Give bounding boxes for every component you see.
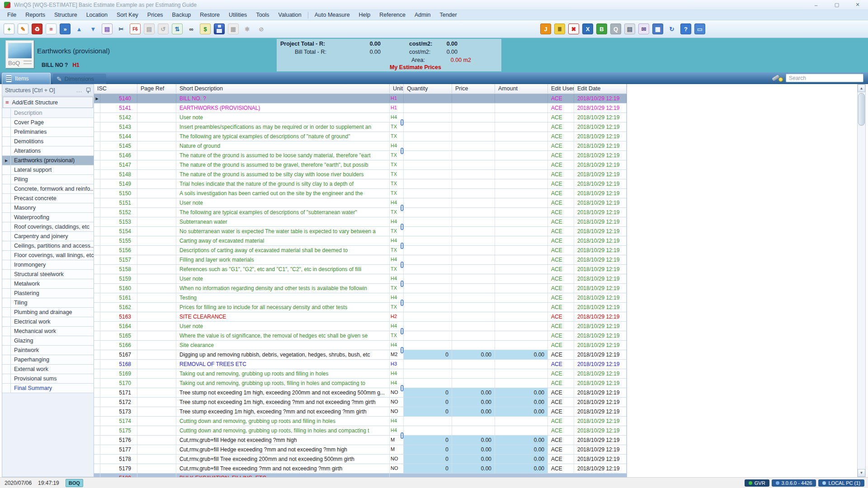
- calculator-icon[interactable]: ▦: [652, 23, 663, 34]
- grid-row-5171[interactable]: 5171Tree stump not exceeding 1m high, ex…: [94, 388, 627, 398]
- grid-row-5174[interactable]: 5174Cutting down and removing, grubbing …: [94, 417, 627, 426]
- sidebar-item-demolitions[interactable]: Demolitions: [2, 137, 94, 146]
- sidebar-item-mechanical-work[interactable]: Mechanical work: [2, 327, 94, 336]
- sidebar-item-carpentry-and-joinery[interactable]: Carpentry and joinery: [2, 232, 94, 241]
- grid-row-5146[interactable]: 5146The nature of the ground is assumed …: [94, 151, 627, 160]
- menu-reference[interactable]: Reference: [375, 10, 410, 19]
- cell-amount[interactable]: 0.00: [495, 436, 548, 445]
- grid-row-5167[interactable]: 5167Digging up and removing rubbish, deb…: [94, 350, 627, 360]
- search-input[interactable]: [786, 74, 863, 82]
- cell-price[interactable]: 0.00: [452, 436, 495, 445]
- measure-rulers-icon[interactable]: Ⅲ: [554, 23, 565, 34]
- sidebar-item-earthworks-provisional[interactable]: ▶Earthworks (provisional): [2, 156, 94, 165]
- grid-row-5158[interactable]: 5158References such as "G1", "G2", etc a…: [94, 265, 627, 274]
- grid-row-5151[interactable]: 5151User noteH4ACE2018/10/29 12:19: [94, 198, 627, 208]
- grid-row-5176[interactable]: 5176Cut,rmv,grub+fill Hedge not exceedin…: [94, 436, 627, 445]
- query-icon[interactable]: Q: [610, 23, 621, 34]
- sidebar-item-piling[interactable]: Piling: [2, 175, 94, 184]
- sidebar-item-preliminaries[interactable]: Preliminaries: [2, 127, 94, 137]
- grid-row-5177[interactable]: 5177Cut,rmv,grub+fill Hedge exceeding ?m…: [94, 445, 627, 455]
- f6-schedule-icon[interactable]: F6: [130, 23, 141, 34]
- sidebar-item-electrical-work[interactable]: Electrical work: [2, 317, 94, 327]
- save-icon[interactable]: [214, 23, 225, 34]
- monitor-icon[interactable]: ▭: [694, 23, 705, 34]
- grid-row-5162[interactable]: 5162Prices for filling are to include fo…: [94, 303, 627, 312]
- close-button[interactable]: ✕: [847, 0, 868, 9]
- refresh-icon[interactable]: ↻: [666, 23, 677, 34]
- grid-row-5163[interactable]: 5163SITE CLEARANCEH2ACE2018/10/29 12:19: [94, 312, 627, 322]
- cell-quantity[interactable]: 0: [404, 350, 452, 359]
- grid-row-5178[interactable]: 5178Cut,rmv,grub+fill Tree exceeding 200…: [94, 455, 627, 464]
- sidebar-item-structural-steelwork[interactable]: Structural steelwork: [2, 270, 94, 279]
- history-icon[interactable]: ↺: [158, 23, 169, 34]
- delete-bill-icon[interactable]: ✖: [568, 23, 579, 34]
- sidebar-item-cover-page[interactable]: Cover Page: [2, 118, 94, 127]
- menu-tender[interactable]: Tender: [435, 10, 461, 19]
- grid-row-5179[interactable]: 5179Cut,rmv,grub+fill Tree exceeding ?mm…: [94, 464, 627, 474]
- menu-restore[interactable]: Restore: [195, 10, 224, 19]
- grid-row-5150[interactable]: 5150A soils investigation has been carri…: [94, 189, 627, 198]
- sidebar-item-concrete-formwork-and-reinfo[interactable]: Concrete, formwork and reinfo...: [2, 184, 94, 194]
- paste-icon[interactable]: ▤: [144, 23, 155, 34]
- grid-row-5161[interactable]: 5161TestingH4ACE2018/10/29 12:19: [94, 293, 627, 303]
- cell-quantity[interactable]: 0: [404, 398, 452, 407]
- grid-row-5141[interactable]: 5141EARTHWORKS (PROVISIONAL)H1ACE2018/10…: [94, 103, 627, 113]
- boq-mode-badge[interactable]: BOQ: [66, 479, 83, 487]
- cell-quantity[interactable]: 0: [404, 407, 452, 416]
- cell-amount[interactable]: 0.00: [495, 398, 548, 407]
- grid-row-5159[interactable]: 5159User noteH4ACE2018/10/29 12:19: [94, 274, 627, 284]
- gvr-badge[interactable]: GVR: [745, 479, 769, 487]
- cell-amount[interactable]: 0.00: [495, 464, 548, 473]
- grid-row-5180[interactable]: 5180BULK EXCAVATION, FILLING, ETC: [94, 474, 627, 477]
- cell-price[interactable]: 0.00: [452, 455, 495, 464]
- new-item-icon[interactable]: +: [4, 23, 14, 34]
- sidebar-item-ceilings-partitions-and-access[interactable]: Ceilings, partitions and access...: [2, 241, 94, 251]
- grid-row-5170[interactable]: 5170Taking out and removing, grubbing up…: [94, 379, 627, 388]
- local-pc-badge[interactable]: LOCAL PC (1): [818, 479, 864, 487]
- cell-quantity[interactable]: 0: [404, 464, 452, 473]
- grid-row-5149[interactable]: 5149Trial holes indicate that the nature…: [94, 179, 627, 189]
- cell-amount[interactable]: 0.00: [495, 350, 548, 359]
- cell-amount[interactable]: 0.00: [495, 407, 548, 416]
- cell-amount[interactable]: 0.00: [495, 388, 548, 397]
- grid-row-5156[interactable]: 5156Descriptions of carting away of exca…: [94, 246, 627, 255]
- menu-valuation[interactable]: Valuation: [274, 10, 306, 19]
- grid-row-5164[interactable]: 5164User noteH4ACE2018/10/29 12:19: [94, 322, 627, 331]
- sidebar-item-masonry[interactable]: Masonry: [2, 203, 94, 213]
- grid-row-5140[interactable]: ▶5140BILL NO. ?H1ACE2018/10/29 12:19: [94, 94, 627, 103]
- tools-icon[interactable]: ✱: [242, 23, 253, 34]
- grid-row-5152[interactable]: 5152The following are typical examples o…: [94, 208, 627, 217]
- sidebar-item-floor-coverings-wall-linings-etc[interactable]: Floor coverings, wall linings, etc: [2, 251, 94, 260]
- menu-auto-measure[interactable]: Auto Measure: [310, 10, 354, 19]
- grid-row-5142[interactable]: 5142User noteH4ACE2018/10/29 12:19: [94, 113, 627, 122]
- grid-row-5175[interactable]: 5175Cutting down and removing, grubbing …: [94, 426, 627, 436]
- grid-row-5173[interactable]: 5173Tree stump exceeding 1m high, exceed…: [94, 407, 627, 417]
- tab-dimensions[interactable]: ✎ Dimensions: [53, 74, 106, 84]
- cut-icon[interactable]: ✂: [116, 23, 127, 34]
- menu-prices[interactable]: Prices: [143, 10, 168, 19]
- cell-price[interactable]: 0.00: [452, 388, 495, 397]
- cell-price[interactable]: 0.00: [452, 464, 495, 473]
- bill-icon[interactable]: B: [596, 23, 607, 34]
- sidebar-item-external-work[interactable]: External work: [2, 365, 94, 374]
- grid-row-5172[interactable]: 5172Tree stump not exceeding 1m high, ex…: [94, 398, 627, 407]
- grid-row-5169[interactable]: 5169Taking out and removing, grubbing up…: [94, 369, 627, 379]
- menu-reports[interactable]: Reports: [21, 10, 50, 19]
- grid-row-5157[interactable]: 5157Filling and layer work materialsH4AC…: [94, 255, 627, 265]
- find-binoculars-icon[interactable]: ∞: [186, 23, 197, 34]
- mailbox-icon[interactable]: ✉: [638, 23, 649, 34]
- version-badge[interactable]: 3.0.6.0 - 4426: [772, 479, 816, 487]
- sidebar-item-lateral-support[interactable]: Lateral support: [2, 165, 94, 175]
- grid-row-5165[interactable]: 5165Where the value is of significance, …: [94, 331, 627, 341]
- sidebar-item-precast-concrete[interactable]: Precast concrete: [2, 194, 94, 203]
- grid-row-5160[interactable]: 5160When no information regarding densit…: [94, 284, 627, 293]
- sidebar-item-paperhanging[interactable]: Paperhanging: [2, 355, 94, 365]
- sidebar-item-alterations[interactable]: Alterations: [2, 146, 94, 156]
- boq-thumbnail[interactable]: BoQ: [5, 40, 34, 68]
- journal-icon[interactable]: J: [540, 23, 551, 34]
- menu-backup[interactable]: Backup: [168, 10, 196, 19]
- excel-export-icon[interactable]: X: [582, 23, 593, 34]
- scroll-up-arrow[interactable]: ▲: [858, 84, 865, 92]
- print-icon[interactable]: ▤: [624, 23, 635, 34]
- vertical-scrollbar[interactable]: ▲ ▼: [857, 84, 866, 477]
